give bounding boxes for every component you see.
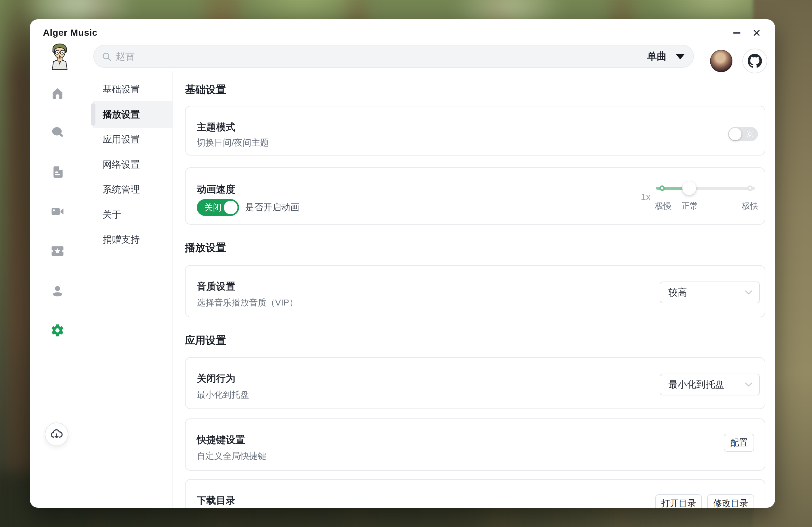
speed-slider[interactable] xyxy=(656,187,755,190)
sidebar-item-mv[interactable] xyxy=(50,204,65,219)
gear-icon xyxy=(50,323,65,338)
close-card-title: 关闭行为 xyxy=(197,372,235,385)
close-button[interactable]: ✕ xyxy=(749,26,764,40)
nav-item-donate[interactable]: 捐赠支持 xyxy=(103,233,140,246)
animation-toggle-label: 关闭 xyxy=(204,199,222,216)
download-card-title: 下载目录 xyxy=(197,494,235,507)
github-button[interactable] xyxy=(742,48,767,73)
speed-slider-handle[interactable] xyxy=(682,181,696,195)
slider-mark-slow-dot xyxy=(659,185,665,191)
app-window: Alger Music ✕ 单曲 xyxy=(30,19,775,508)
minimize-icon xyxy=(733,32,740,33)
home-icon xyxy=(50,86,65,100)
nav-item-basic[interactable]: 基础设置 xyxy=(103,83,140,96)
download-manager-button[interactable] xyxy=(45,423,68,446)
search-icon xyxy=(102,52,111,61)
quality-select[interactable]: 较高 xyxy=(660,282,760,303)
nav-divider xyxy=(172,72,173,508)
sidebar-item-home[interactable] xyxy=(50,86,65,100)
hotkey-card-title: 快捷键设置 xyxy=(197,433,245,446)
animation-desc: 是否开启动画 xyxy=(245,199,299,216)
chevron-down-icon xyxy=(745,290,752,295)
search-bar: 单曲 xyxy=(93,45,694,68)
slider-mark-fast-dot xyxy=(747,185,753,191)
minimize-button[interactable] xyxy=(729,26,744,40)
theme-card-title: 主题模式 xyxy=(197,121,235,134)
quality-card-title: 音质设置 xyxy=(197,280,235,293)
hotkey-card: 快捷键设置 自定义全局快捷键 配置 xyxy=(185,418,765,471)
search-input[interactable] xyxy=(116,45,644,67)
hotkey-config-button[interactable]: 配置 xyxy=(724,434,754,452)
theme-toggle-knob xyxy=(729,128,741,140)
download-dir-card: 下载目录 打开目录 修改目录 xyxy=(185,479,765,508)
github-icon xyxy=(748,54,762,68)
close-behavior-card: 关闭行为 最小化到托盘 最小化到托盘 xyxy=(185,357,765,409)
nav-scroll-indicator xyxy=(91,103,96,126)
chevron-down-icon xyxy=(745,382,752,387)
sidebar-item-search[interactable] xyxy=(50,125,65,139)
slider-label-normal: 正常 xyxy=(681,200,698,212)
close-card-subtitle: 最小化到托盘 xyxy=(197,389,249,401)
theme-mode-card: 主题模式 切换日间/夜间主题 xyxy=(185,106,765,156)
sidebar-item-playlist[interactable] xyxy=(50,165,65,179)
quality-card: 音质设置 选择音乐播放音质（VIP） 较高 xyxy=(185,265,765,317)
nav-item-playback[interactable]: 播放设置 xyxy=(103,108,140,121)
speed-value: 1x xyxy=(635,191,651,202)
slider-label-slow: 极慢 xyxy=(655,200,672,212)
section-title-basic: 基础设置 xyxy=(185,83,226,97)
theme-card-subtitle: 切换日间/夜间主题 xyxy=(197,137,269,149)
quality-card-subtitle: 选择音乐播放音质（VIP） xyxy=(197,297,298,309)
theme-toggle[interactable] xyxy=(728,127,758,141)
sun-icon xyxy=(746,130,754,138)
nav-item-application[interactable]: 应用设置 xyxy=(103,132,140,146)
section-title-application: 应用设置 xyxy=(185,333,226,347)
chevron-down-icon[interactable] xyxy=(676,54,684,59)
ticket-star-icon xyxy=(50,244,65,258)
nav-item-network[interactable]: 网络设置 xyxy=(103,158,140,171)
video-camera-icon xyxy=(50,204,65,219)
document-icon xyxy=(51,165,64,179)
open-dir-button[interactable]: 打开目录 xyxy=(655,494,702,508)
section-title-playback: 播放设置 xyxy=(185,241,226,255)
sidebar-item-coupon[interactable] xyxy=(50,244,65,258)
anim-card-title: 动画速度 xyxy=(197,183,235,196)
change-dir-button[interactable]: 修改目录 xyxy=(707,494,754,508)
sidebar-item-settings[interactable] xyxy=(50,323,65,338)
animation-toggle-knob xyxy=(224,201,237,214)
slider-label-fast: 极快 xyxy=(742,200,758,212)
search-music-icon xyxy=(50,125,65,139)
user-icon xyxy=(51,284,64,298)
user-avatar[interactable] xyxy=(710,50,733,72)
nav-item-system[interactable]: 系统管理 xyxy=(103,183,140,196)
sidebar-item-user[interactable] xyxy=(50,284,65,298)
close-behavior-select[interactable]: 最小化到托盘 xyxy=(660,374,760,395)
close-behavior-select-value: 最小化到托盘 xyxy=(668,374,724,395)
hotkey-card-subtitle: 自定义全局快捷键 xyxy=(197,450,266,462)
window-title: Alger Music xyxy=(43,27,98,38)
cloud-download-icon xyxy=(50,427,63,441)
search-scope-select[interactable]: 单曲 xyxy=(647,45,667,67)
animation-toggle[interactable]: 关闭 xyxy=(197,199,239,216)
nav-item-about[interactable]: 关于 xyxy=(103,208,121,222)
animation-speed-card: 动画速度 关闭 是否开启动画 1x 极慢 正常 极快 xyxy=(185,167,765,225)
app-logo-avatar[interactable] xyxy=(49,42,70,70)
quality-select-value: 较高 xyxy=(668,282,687,303)
